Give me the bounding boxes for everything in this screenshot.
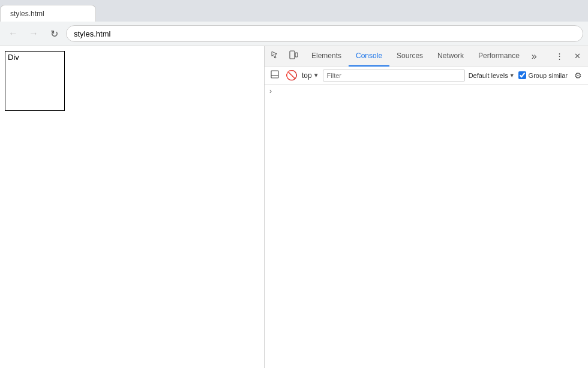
console-settings-button[interactable]: ⚙: [571, 69, 584, 82]
clear-icon: 🚫: [286, 70, 298, 81]
reload-icon: ↻: [50, 28, 58, 40]
console-clear-button[interactable]: 🚫: [285, 69, 298, 82]
close-icon: ✕: [574, 52, 581, 61]
more-icon: »: [532, 51, 537, 62]
group-similar-checkbox[interactable]: [518, 71, 526, 79]
device-icon: [289, 50, 298, 62]
browser-chrome: styles.html ← → ↻: [0, 0, 588, 46]
back-button[interactable]: ←: [5, 25, 22, 42]
forward-icon: →: [29, 28, 38, 39]
tab-elements[interactable]: Elements: [304, 46, 349, 67]
levels-arrow-icon: ▼: [509, 73, 515, 79]
tab-console-label: Console: [356, 52, 382, 60]
console-toolbar: 🚫 top ▼ Default levels ▼ Group similar ⚙: [265, 67, 588, 85]
tab-elements-label: Elements: [311, 52, 341, 60]
inspect-element-button[interactable]: [267, 48, 284, 65]
devtools-tab-actions: ⋮ ✕: [548, 48, 588, 65]
forward-button[interactable]: →: [25, 25, 42, 42]
tab-sources[interactable]: Sources: [389, 46, 430, 67]
tab-network[interactable]: Network: [430, 46, 471, 67]
devtools-panel: Elements Console Sources Network Perform…: [264, 46, 588, 368]
demo-div-label: Div: [8, 53, 19, 62]
tab-performance[interactable]: Performance: [471, 46, 527, 67]
console-levels-selector[interactable]: Default levels ▼: [469, 72, 515, 79]
console-levels-label: Default levels: [469, 72, 508, 79]
svg-rect-0: [290, 51, 295, 59]
nav-bar: ← → ↻: [0, 22, 588, 46]
more-options-icon: ⋮: [556, 52, 563, 61]
context-selector[interactable]: top ▼: [302, 71, 319, 80]
tab-sources-label: Sources: [397, 52, 423, 60]
devtools-close-button[interactable]: ✕: [569, 48, 586, 65]
context-label: top: [302, 71, 312, 80]
back-icon: ←: [8, 28, 18, 39]
tab-more-button[interactable]: »: [527, 46, 542, 67]
group-similar-container: Group similar: [518, 71, 568, 79]
page-content: Div: [0, 46, 264, 368]
devtools-icon-group: [265, 48, 304, 65]
tab-title: styles.html: [10, 10, 44, 18]
tab-bar: styles.html: [0, 0, 588, 22]
tab-network-label: Network: [437, 52, 464, 60]
address-bar[interactable]: [66, 25, 583, 42]
svg-rect-1: [295, 53, 298, 57]
tab-console[interactable]: Console: [349, 46, 389, 67]
devtools-toolbar: Elements Console Sources Network Perform…: [265, 46, 588, 67]
inspect-icon: [271, 50, 280, 62]
show-drawer-icon: [271, 70, 279, 80]
device-toolbar-button[interactable]: [285, 48, 302, 65]
console-filter-input[interactable]: [323, 70, 465, 82]
console-body: ›: [265, 85, 588, 368]
devtools-tabs: Elements Console Sources Network Perform…: [304, 46, 548, 67]
tab-performance-label: Performance: [478, 52, 520, 60]
settings-icon: ⚙: [574, 71, 582, 80]
svg-rect-2: [271, 71, 278, 78]
group-similar-label: Group similar: [529, 72, 568, 79]
reload-button[interactable]: ↻: [46, 25, 62, 42]
console-expand-arrow[interactable]: ›: [267, 86, 274, 96]
browser-tab[interactable]: styles.html: [0, 5, 96, 22]
console-show-drawer-button[interactable]: [268, 69, 281, 82]
demo-div: Div: [5, 51, 65, 111]
devtools-more-options-button[interactable]: ⋮: [551, 48, 568, 65]
context-arrow-icon: ▼: [313, 72, 319, 79]
main-area: Div: [0, 46, 588, 368]
